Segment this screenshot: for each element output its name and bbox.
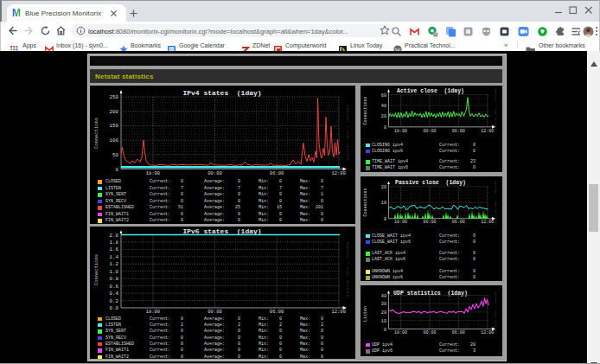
svg-text:20: 20 [381,184,386,189]
svg-text:12: 12 [433,33,438,37]
svg-text:00:00: 00:00 [207,309,222,315]
svg-text:00:00: 00:00 [423,129,436,134]
svg-text:Connections: Connections [93,254,99,285]
svg-text:20: 20 [381,310,386,316]
svg-text:0: 0 [116,167,119,173]
svg-text:0: 0 [384,216,386,221]
svg-text:RRDTOOL / TOBI OETIKER: RRDTOOL / TOBI OETIKER [494,89,497,131]
svg-text:40: 40 [381,104,386,109]
svg-text:1.8: 1.8 [110,239,119,246]
svg-text:06:00: 06:00 [270,170,284,176]
svg-text:Connections: Connections [93,118,99,149]
svg-text:0.0: 0.0 [110,305,119,311]
svg-text:06:00: 06:00 [270,309,284,315]
svg-text:150: 150 [110,123,119,129]
svg-text:RRDTOOL / TOBI OETIKER: RRDTOOL / TOBI OETIKER [494,181,497,223]
svg-text:0: 0 [384,327,386,332]
svg-text:1.2: 1.2 [110,261,119,267]
svg-text:00:00: 00:00 [423,220,436,225]
svg-text:2.0: 2.0 [110,233,119,239]
svg-text:Passive close (1day): Passive close (1day) [395,180,466,186]
svg-text:IPv4 states (1day): IPv4 states (1day) [182,89,261,97]
svg-text:00:00: 00:00 [207,170,222,176]
svg-text:06:00: 06:00 [452,330,465,335]
svg-text:18:00: 18:00 [146,309,161,315]
svg-text:06:00: 06:00 [452,220,465,225]
svg-text:40: 40 [381,293,386,298]
svg-text:18:00: 18:00 [394,330,407,335]
svg-text:18:00: 18:00 [394,129,407,134]
svg-text:12:00: 12:00 [331,309,346,315]
svg-text:1.0: 1.0 [110,269,119,275]
svg-text:0.4: 0.4 [110,291,119,297]
svg-text:60: 60 [381,93,386,99]
svg-text:50: 50 [112,152,118,158]
svg-text:12:00: 12:00 [481,129,494,134]
svg-text:18:00: 18:00 [146,170,161,176]
svg-text:0: 0 [384,125,386,131]
svg-text:12:00: 12:00 [481,330,494,335]
svg-text:30: 30 [381,302,386,307]
svg-text:Active close (1day): Active close (1day) [397,88,464,94]
svg-text:0.2: 0.2 [110,298,119,304]
svg-text:10: 10 [381,318,386,323]
svg-text:20: 20 [381,114,386,119]
svg-text:18:00: 18:00 [394,220,407,225]
svg-text:0.6: 0.6 [110,284,119,290]
svg-text:12:00: 12:00 [331,170,346,176]
svg-text:Connections: Connections [363,96,368,125]
svg-text:Connections: Connections [363,188,368,216]
svg-text:RRDTOOL / TOBI OETIKER: RRDTOOL / TOBI OETIKER [346,105,349,161]
svg-text:06:00: 06:00 [452,129,465,134]
svg-text:00:00: 00:00 [423,330,436,335]
svg-text:1.4: 1.4 [110,254,119,260]
svg-text:100: 100 [110,137,119,144]
svg-text:RRDTOOL / TOBI OETIKER: RRDTOOL / TOBI OETIKER [346,242,349,297]
svg-text:1.6: 1.6 [110,246,119,252]
svg-text:250: 250 [110,94,119,100]
svg-text:200: 200 [110,109,119,115]
svg-text:0.8: 0.8 [110,276,119,282]
svg-text:Listen: Listen [363,305,368,321]
svg-text:RRDTOOL / TOBI OETIKER: RRDTOOL / TOBI OETIKER [494,291,497,333]
svg-text:IPv6 states (1day): IPv6 states (1day) [182,227,261,235]
svg-text:12:00: 12:00 [481,220,494,225]
svg-text:10: 10 [381,201,386,206]
